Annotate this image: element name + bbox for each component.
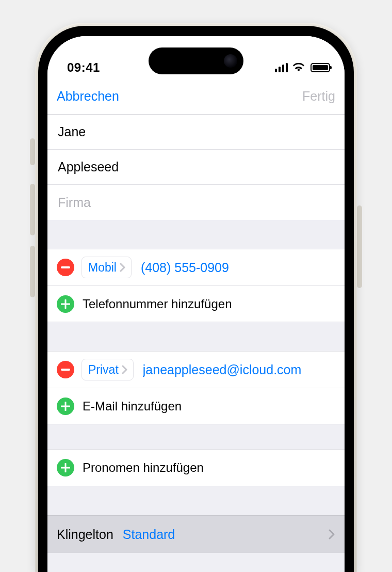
- cellular-icon: [275, 63, 288, 72]
- wifi-icon: [292, 63, 306, 72]
- ringtone-row[interactable]: Klingelton Standard: [47, 516, 345, 553]
- name-fields-group: [47, 115, 345, 220]
- status-time: 09:41: [67, 60, 100, 75]
- navigation-bar: Abbrechen Fertig: [47, 83, 345, 115]
- delete-email-icon[interactable]: [57, 361, 74, 378]
- cancel-button[interactable]: Abbrechen: [57, 89, 119, 104]
- ringtone-group: Klingelton Standard: [47, 515, 345, 553]
- ringtone-value: Standard: [123, 527, 175, 542]
- phone-type-picker[interactable]: Mobil: [81, 257, 132, 278]
- battery-icon: [311, 63, 330, 72]
- chevron-right-icon: [122, 365, 128, 374]
- phone-volume-down: [30, 246, 35, 297]
- phone-group: Mobil (408) 555-0909 Telefonnummer hinzu…: [47, 249, 345, 322]
- phone-type-label: Mobil: [88, 261, 117, 275]
- chevron-right-icon: [120, 263, 126, 272]
- add-email-row[interactable]: E-Mail hinzufügen: [47, 388, 345, 424]
- add-phone-icon[interactable]: [57, 295, 74, 313]
- add-pronouns-icon[interactable]: [57, 459, 74, 476]
- email-value[interactable]: janeappleseed@icloud.com: [143, 362, 302, 377]
- svg-rect-0: [61, 266, 70, 268]
- phone-entry-row[interactable]: Mobil (408) 555-0909: [47, 249, 345, 285]
- email-type-label: Privat: [88, 363, 119, 377]
- company-row[interactable]: [47, 185, 345, 220]
- delete-phone-icon[interactable]: [57, 259, 74, 276]
- phone-silence-switch: [30, 138, 35, 165]
- add-pronouns-row[interactable]: Pronomen hinzufügen: [47, 450, 345, 486]
- email-group: Privat janeappleseed@icloud.com E-Mail h…: [47, 351, 345, 424]
- pronouns-group: Pronomen hinzufügen: [47, 449, 345, 486]
- done-button[interactable]: Fertig: [302, 89, 335, 104]
- first-name-row[interactable]: [47, 115, 345, 150]
- last-name-input[interactable]: [58, 160, 334, 174]
- add-phone-row[interactable]: Telefonnummer hinzufügen: [47, 285, 345, 322]
- company-input[interactable]: [58, 195, 334, 210]
- dynamic-island: [149, 47, 243, 74]
- add-pronouns-label: Pronomen hinzufügen: [83, 460, 204, 475]
- last-name-row[interactable]: [47, 150, 345, 185]
- email-entry-row[interactable]: Privat janeappleseed@icloud.com: [47, 352, 345, 388]
- add-phone-label: Telefonnummer hinzufügen: [83, 297, 232, 311]
- first-name-input[interactable]: [58, 124, 334, 139]
- email-type-picker[interactable]: Privat: [81, 359, 134, 380]
- phone-volume-up: [30, 184, 35, 235]
- phone-power-button: [357, 205, 362, 288]
- phone-value[interactable]: (408) 555-0909: [141, 260, 229, 275]
- ringtone-key: Klingelton: [57, 527, 113, 542]
- svg-rect-1: [61, 369, 70, 371]
- add-email-icon[interactable]: [57, 398, 74, 415]
- chevron-right-icon: [328, 529, 335, 540]
- add-email-label: E-Mail hinzufügen: [83, 399, 182, 414]
